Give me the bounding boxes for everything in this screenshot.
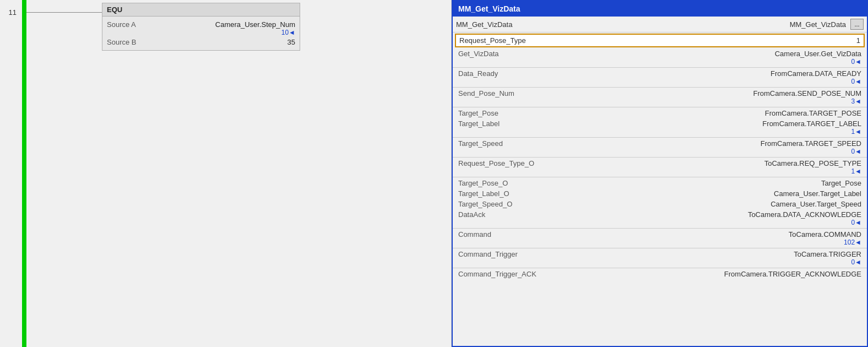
source-a-label: Source A [107,20,151,29]
row-sub-value: 0◄ [458,258,861,266]
table-row: Target_PoseFromCamera.TARGET_POSE [453,108,867,118]
table-row: Command_TriggerToCamera.TRIGGER0◄ [453,249,867,267]
row-label: Target_Label_O [458,189,557,198]
source-a-value-block: Camera_User.Step_Num 10◄ [215,20,295,36]
subheader-value: MM_Get_VizData [790,20,846,29]
row-value: ToCamera.TRIGGER [794,250,861,258]
table-row: DataAckToCamera.DATA_ACKNOWLEDGE0◄ [453,209,867,227]
source-a-row: Source A Camera_User.Step_Num 10◄ [107,20,295,36]
row-label: Target_Speed [458,139,557,148]
connector-line [26,12,102,13]
source-b-value-block: 35 [287,38,295,46]
row-label: Command_Trigger [458,250,557,258]
row-number: 11 [0,8,19,17]
right-header: MM_Get_VizData [453,1,867,17]
table-row: Data_ReadyFromCamera.DATA_READY0◄ [453,68,867,86]
highlighted-row: Request_Pose_Type 1 [455,34,865,47]
row-sub-value: 3◄ [458,97,861,105]
row-value: FromCamera.SEND_POSE_NUM [753,89,862,97]
table-row: Target_Pose_OTarget_Pose [453,178,867,188]
row-sub-value: 102◄ [458,238,861,246]
highlighted-label: Request_Pose_Type [459,36,526,45]
row-value: ToCamera.REQ_POSE_TYPE [764,159,861,167]
right-panel: MM_Get_VizData MM_Get_VizData MM_Get_Viz… [452,0,868,347]
row-label: Target_Label [458,120,557,128]
row-divider [453,157,867,158]
row-divider [453,87,867,88]
source-b-value: 35 [287,38,295,46]
table-row: Get_VizDataCamera_User.Get_VizData0◄ [453,48,867,67]
row-label: Target_Pose [458,109,557,117]
row-sub-value: 1◄ [458,167,861,175]
rows-container[interactable]: Get_VizDataCamera_User.Get_VizData0◄Data… [453,48,867,346]
row-value: FromCamera.TRIGGER_ACKNOWLEDGE [724,270,861,278]
browse-button[interactable]: ... [850,19,864,30]
row-label: Command [458,230,557,238]
row-label: Target_Speed_O [458,200,557,208]
row-value: FromCamera.TARGET_LABEL [762,120,861,128]
row-label: Target_Pose_O [458,179,557,187]
row-divider [453,248,867,248]
row-label: Command_Trigger_ACK [458,270,557,278]
row-value: ToCamera.COMMAND [789,230,861,238]
row-label: Request_Pose_Type_O [458,159,557,167]
source-a-sub: 10◄ [215,29,295,36]
row-divider [453,177,867,177]
row-divider [453,137,867,138]
table-row: CommandToCamera.COMMAND102◄ [453,229,867,247]
table-row: Command_Trigger_ACKFromCamera.TRIGGER_AC… [453,269,867,279]
equ-header: EQU [102,3,300,17]
row-value: Camera_User.Target_Speed [771,200,861,208]
row-divider [453,107,867,107]
row-divider [453,228,867,229]
equ-block: EQU Source A Camera_User.Step_Num 10◄ So… [102,3,300,51]
highlighted-value: 1 [856,36,860,45]
right-subheader: MM_Get_VizData MM_Get_VizData ... [453,17,867,32]
table-row: Target_Label_OCamera_User.Target_Label [453,188,867,199]
table-row: Target_SpeedFromCamera.TARGET_SPEED0◄ [453,138,867,156]
source-b-label: Source B [107,38,151,46]
left-panel: 11 EQU Source A Camera_User.Step_Num 10◄… [0,0,452,347]
row-value: FromCamera.TARGET_POSE [765,109,861,117]
row-label: Get_VizData [458,50,557,58]
row-sub-value: 0◄ [458,148,861,155]
row-sub-value: 0◄ [458,219,861,226]
green-bar [22,0,26,347]
equ-body: Source A Camera_User.Step_Num 10◄ Source… [102,17,300,50]
row-value: Camera_User.Target_Label [774,189,861,198]
table-row: Send_Pose_NumFromCamera.SEND_POSE_NUM3◄ [453,88,867,106]
row-label: Data_Ready [458,69,557,78]
row-sub-value: 0◄ [458,78,861,85]
table-row: Target_LabelFromCamera.TARGET_LABEL1◄ [453,118,867,137]
source-b-row: Source B 35 [107,38,295,46]
row-label: DataAck [458,210,557,219]
source-a-value: Camera_User.Step_Num [215,20,295,29]
row-value: Target_Pose [821,179,861,187]
row-label: Send_Pose_Num [458,89,557,97]
row-divider [453,268,867,268]
row-value: Camera_User.Get_VizData [775,50,861,58]
row-sub-value: 0◄ [458,58,861,66]
row-sub-value: 1◄ [458,128,861,135]
row-divider [453,67,867,68]
row-value: FromCamera.DATA_READY [771,69,861,78]
row-value: ToCamera.DATA_ACKNOWLEDGE [748,210,861,219]
subheader-label: MM_Get_VizData [456,20,790,29]
row-value: FromCamera.TARGET_SPEED [761,139,861,148]
table-row: Target_Speed_OCamera_User.Target_Speed [453,199,867,209]
table-row: Request_Pose_Type_OToCamera.REQ_POSE_TYP… [453,158,867,176]
